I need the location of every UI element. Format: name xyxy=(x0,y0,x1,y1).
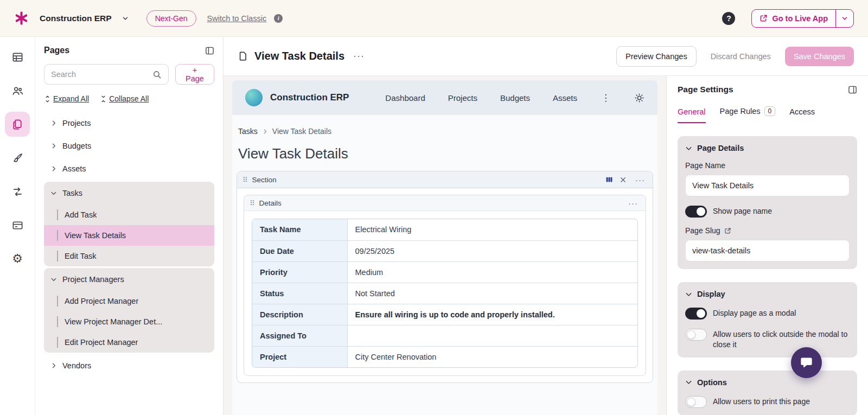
left-icon-rail: ⚙ xyxy=(0,37,35,415)
sidebar-item-view-task-details[interactable]: View Task Details xyxy=(44,225,214,246)
chat-fab[interactable] xyxy=(791,347,822,378)
click-outside-modal-label: Allow users to click outside the modal t… xyxy=(713,328,850,350)
next-gen-badge[interactable]: Next-Gen xyxy=(146,10,196,27)
rail-users-button[interactable] xyxy=(5,78,30,103)
field-label: Task Name xyxy=(252,219,347,240)
close-section-icon[interactable] xyxy=(620,176,627,183)
page-slug-label: Page Slug xyxy=(685,226,850,235)
settings-tabs: General Page Rules 0 Access xyxy=(678,106,857,123)
collapse-panel-icon[interactable] xyxy=(205,46,214,55)
rail-flows-button[interactable] xyxy=(5,179,30,204)
sidebar-item-project-managers[interactable]: Project Managers xyxy=(44,268,214,291)
display-as-modal-toggle[interactable] xyxy=(685,308,707,320)
page-search-input[interactable] xyxy=(51,70,152,79)
sidebar-item-budgets[interactable]: Budgets xyxy=(44,135,214,157)
preview-app-header: Construction ERP Dashboard Projects Budg… xyxy=(232,80,658,115)
page-title: View Task Details xyxy=(254,50,344,62)
breadcrumb-current: View Task Details xyxy=(272,127,331,136)
sidebar-item-projects[interactable]: Projects xyxy=(44,112,214,135)
search-icon xyxy=(152,70,162,79)
collapse-settings-panel-icon[interactable] xyxy=(848,85,857,94)
section-header: ⠿ Section xyxy=(237,171,653,188)
sidebar-item-edit-task[interactable]: Edit Task xyxy=(44,246,214,266)
breadcrumb: Tasks View Task Details xyxy=(237,127,653,136)
rail-settings-button[interactable]: ⚙ xyxy=(5,246,30,271)
tab-access[interactable]: Access xyxy=(789,107,815,123)
show-page-name-toggle[interactable] xyxy=(685,206,707,218)
section-more-icon[interactable]: ··· xyxy=(633,175,647,184)
breadcrumb-tasks[interactable]: Tasks xyxy=(238,127,258,136)
sidebar-item-add-project-manager[interactable]: Add Project Manager xyxy=(44,291,214,311)
app-switcher-chevron-icon[interactable] xyxy=(119,12,131,24)
page-name-label: Page Name xyxy=(685,161,850,170)
go-to-live-app-button[interactable]: Go to Live App xyxy=(752,10,835,27)
users-icon xyxy=(11,85,24,97)
preview-nav-more-icon[interactable]: ⋮ xyxy=(600,92,611,104)
preview-nav-dashboard[interactable]: Dashboard xyxy=(385,93,425,103)
drag-handle-icon[interactable]: ⠿ xyxy=(242,176,248,184)
preview-app-name: Construction ERP xyxy=(270,92,349,103)
sidebar-item-tasks[interactable]: Tasks xyxy=(44,182,214,205)
preview-page-heading: View Task Details xyxy=(238,145,653,162)
preview-nav-budgets[interactable]: Budgets xyxy=(500,93,530,103)
page-details-card-header[interactable]: Page Details xyxy=(685,144,850,152)
display-card-header[interactable]: Display xyxy=(685,290,850,298)
show-page-name-label: Show page name xyxy=(713,205,772,216)
rail-records-button[interactable] xyxy=(5,213,30,238)
details-more-icon[interactable]: ··· xyxy=(626,199,640,208)
expand-all-link[interactable]: Expand All xyxy=(44,94,89,103)
sidebar-item-assets[interactable]: Assets xyxy=(44,157,214,180)
tab-general[interactable]: General xyxy=(678,107,706,123)
field-label: Priority xyxy=(252,261,347,283)
sidebar-item-edit-project-manager[interactable]: Edit Project Manager xyxy=(44,332,214,353)
page-settings-panel: Page Settings General Page Rules 0 Ac xyxy=(666,76,868,415)
table-row: Task Name Electrical Wiring xyxy=(252,219,637,240)
field-value: Electrical Wiring xyxy=(347,219,637,240)
chat-bubble-icon xyxy=(799,355,814,370)
tab-page-rules[interactable]: Page Rules 0 xyxy=(720,106,776,123)
page-name-input[interactable] xyxy=(685,175,850,196)
section-label: Section xyxy=(252,176,277,184)
discard-changes-button[interactable]: Discard Changes xyxy=(703,47,778,66)
settings-panel-title: Page Settings xyxy=(678,85,733,94)
details-table: Task Name Electrical Wiring Due Date 09/… xyxy=(252,219,638,368)
slug-external-link-icon[interactable] xyxy=(724,227,731,234)
rail-design-button[interactable] xyxy=(5,145,30,170)
sidebar-item-view-project-manager-details[interactable]: View Project Manager Det... xyxy=(44,311,214,332)
click-outside-modal-toggle[interactable] xyxy=(685,329,707,341)
preview-changes-button[interactable]: Preview Changes xyxy=(616,46,697,67)
preview-nav-projects[interactable]: Projects xyxy=(448,93,477,103)
options-card-header[interactable]: Options xyxy=(685,378,850,387)
print-page-toggle[interactable] xyxy=(685,396,707,408)
page-search-box xyxy=(44,64,169,85)
help-button[interactable]: ? xyxy=(722,12,735,25)
save-changes-button[interactable]: Save Changes xyxy=(785,47,854,66)
table-row: Project City Center Renovation xyxy=(252,346,637,367)
sidebar-item-add-task[interactable]: Add Task xyxy=(44,205,214,225)
field-value: Medium xyxy=(347,261,637,283)
field-value: 09/25/2025 xyxy=(347,240,637,261)
add-page-button[interactable]: + Page xyxy=(175,64,214,85)
page-slug-input[interactable] xyxy=(685,240,850,261)
switch-to-classic-link[interactable]: Switch to Classic xyxy=(207,14,267,23)
display-card: Display Display page as a modal Allow us… xyxy=(678,282,857,357)
preview-nav-assets[interactable]: Assets xyxy=(553,93,577,103)
rail-pages-button[interactable] xyxy=(5,112,30,137)
collapse-all-link[interactable]: Collapse All xyxy=(100,94,149,103)
details-label: Details xyxy=(259,199,282,207)
info-icon[interactable]: i xyxy=(274,14,283,23)
sidebar-item-vendors[interactable]: Vendors xyxy=(44,354,214,377)
theme-sun-icon[interactable] xyxy=(634,93,644,103)
page-more-menu[interactable]: ··· xyxy=(351,50,367,62)
rail-tables-button[interactable] xyxy=(5,44,30,69)
drag-handle-icon[interactable]: ⠿ xyxy=(250,199,255,207)
tree-tick xyxy=(57,296,58,307)
builder-canvas: Construction ERP Dashboard Projects Budg… xyxy=(224,76,666,415)
details-block: ⠿ Details ··· xyxy=(244,195,646,376)
columns-layout-icon[interactable] xyxy=(605,176,613,183)
field-label: Due Date xyxy=(252,240,347,261)
table-row: Priority Medium xyxy=(252,261,637,283)
tree-group-tasks: Tasks Add Task View Task Details Edit Ta… xyxy=(44,182,214,266)
live-app-dropdown-chevron-icon[interactable] xyxy=(835,10,853,27)
flows-icon xyxy=(11,186,24,198)
